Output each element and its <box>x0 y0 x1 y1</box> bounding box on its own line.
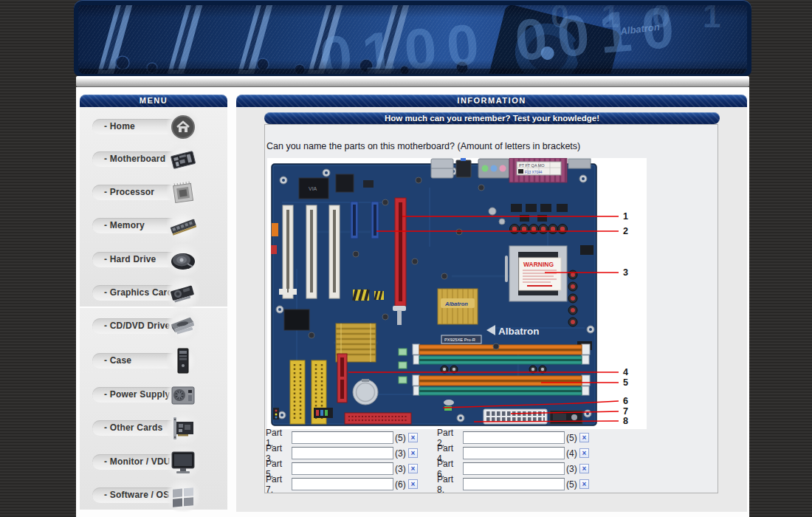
banner-pci-slots <box>97 5 410 74</box>
menu-header: MENU <box>80 95 227 107</box>
clear-icon[interactable]: × <box>408 448 418 458</box>
home-icon <box>167 111 199 143</box>
banner-binary-top: 0 1 0 1 <box>551 5 733 34</box>
sidebar-item-graphics-card[interactable]: - Graphics Card <box>80 277 227 309</box>
svg-text:PX925XE Pro-R: PX925XE Pro-R <box>444 338 475 342</box>
sidebar-item-label: - Hard Drive <box>104 254 156 264</box>
svg-text:PT FT QA MO: PT FT QA MO <box>519 163 545 168</box>
part-input-3[interactable] <box>292 447 393 459</box>
motherboard-icon <box>167 143 199 176</box>
sidebar-item-label: - Graphics Card <box>104 287 173 298</box>
green-components <box>399 349 407 383</box>
sidebar-item-cd-dvd-drive[interactable]: - CD/DVD Drive <box>80 310 227 343</box>
clear-icon[interactable]: × <box>579 479 589 489</box>
part-letters-5: (3) <box>395 464 408 474</box>
sidebar-item-label: - Case <box>104 355 131 366</box>
sidebar-item-label: - Power Supply <box>104 389 170 400</box>
case-icon <box>167 345 199 377</box>
information-panel: INFORMATION How much can you remember? T… <box>236 95 747 512</box>
part-label-8: Part 8. <box>437 474 463 495</box>
sidebar-item-label: - Monitor / VDU <box>104 456 171 467</box>
callout-number-4: 4 <box>623 367 628 377</box>
svg-text:VIA: VIA <box>309 186 317 191</box>
heatsink-sticker: PT FT QA MO F13 X7044 <box>517 162 561 175</box>
part-letters-4: (4) <box>566 448 579 459</box>
clear-icon[interactable]: × <box>579 448 589 458</box>
clear-icon[interactable]: × <box>408 433 418 442</box>
bottom-red-connector <box>345 413 411 424</box>
part-input-7[interactable] <box>292 478 393 490</box>
callout-numbers: 1 2 3 4 5 6 7 8 <box>623 211 628 426</box>
site-banner: 0 1 0 1 0100 0010 Albatron <box>74 0 751 87</box>
clear-icon[interactable]: × <box>408 479 418 489</box>
sidebar-item-case[interactable]: - Case <box>80 345 227 377</box>
cd-dvd-icon <box>167 310 199 343</box>
sidebar-item-other-cards[interactable]: - Other Cards <box>80 412 227 445</box>
board-led <box>444 406 452 411</box>
sidebar-item-motherboard[interactable]: - Motherboard <box>80 143 227 176</box>
callout-number-3: 3 <box>623 267 628 278</box>
pcie-x16-slot <box>393 198 406 325</box>
sidebar-item-label: - Home <box>104 121 135 131</box>
sidebar-item-label: - Other Cards <box>104 422 162 433</box>
part-field-1: Part 1.(5)× <box>266 431 418 444</box>
motherboard-diagram: PT FT QA MO F13 X7044 VIA <box>267 158 647 429</box>
part-field-5: Part 5.(3)× <box>266 462 418 475</box>
callout-number-8: 8 <box>623 416 628 426</box>
sidebar-item-memory[interactable]: - Memory <box>80 210 227 242</box>
power-supply-icon <box>167 379 199 411</box>
content-wrapper: MENU - Home - Motherboard - Processor <box>76 87 749 517</box>
part-input-1[interactable] <box>292 431 393 444</box>
hard-drive-icon <box>167 244 199 276</box>
southbridge-heatsink: Albatron <box>438 289 478 324</box>
sidebar-item-home[interactable]: - Home <box>80 111 227 143</box>
monitor-icon <box>167 446 199 479</box>
sidebar-item-processor[interactable]: - Processor <box>80 177 227 209</box>
edge-header-red <box>271 245 277 254</box>
banner-photo: 0 1 0 1 0100 0010 Albatron <box>78 5 747 74</box>
part-input-5[interactable] <box>292 462 393 475</box>
part-field-6: Part 6.(3)× <box>437 462 589 475</box>
part-field-3: Part 3.(3)× <box>266 447 418 459</box>
banner-binary-main: 0100 0010 <box>317 5 687 74</box>
banner-art: 0 1 0 1 0100 0010 Albatron <box>78 5 747 74</box>
sidebar-item-label: - Software / OS <box>104 490 169 500</box>
banner-hard-drive <box>486 5 622 74</box>
banner-base-strip <box>76 76 749 87</box>
software-os-icon <box>167 479 199 512</box>
sidebar-item-power-supply[interactable]: - Power Supply <box>80 379 227 411</box>
sidebar-item-monitor-vdu[interactable]: - Monitor / VDU <box>80 446 227 479</box>
part-letters-3: (3) <box>395 448 408 459</box>
sidebar-item-hard-drive[interactable]: - Hard Drive <box>80 244 227 276</box>
information-body: How much can you remember? Test your kno… <box>236 107 747 512</box>
part-field-8: Part 8.(5)× <box>437 478 589 490</box>
part-letters-1: (5) <box>395 433 408 443</box>
svg-text:WARNING: WARNING <box>523 261 554 268</box>
edge-header-orange <box>272 223 278 236</box>
svg-text:F13 X7044: F13 X7044 <box>525 171 543 174</box>
svg-text:Albatron: Albatron <box>498 326 540 337</box>
part-input-6[interactable] <box>463 462 565 475</box>
part-letters-8: (5) <box>566 479 579 490</box>
menu-panel: MENU - Home - Motherboard - Processor <box>80 95 227 511</box>
part-input-4[interactable] <box>463 447 565 459</box>
callout-number-1: 1 <box>623 211 628 222</box>
clear-icon[interactable]: × <box>579 464 589 473</box>
cmos-battery <box>353 379 378 405</box>
sidebar-item-label: - CD/DVD Drive <box>104 321 170 331</box>
svg-text:Albatron: Albatron <box>444 301 468 307</box>
quiz-box: Can you name the parts on this motherboa… <box>264 124 718 493</box>
sidebar-item-software-os[interactable]: - Software / OS <box>80 479 227 512</box>
banner-capacitors <box>116 56 507 74</box>
cpu-socket: WARNING <box>505 246 567 301</box>
memory-icon <box>167 210 199 242</box>
clear-icon[interactable]: × <box>408 464 418 473</box>
model-label: PX925XE Pro-R <box>441 335 481 343</box>
part-input-2[interactable] <box>463 431 565 444</box>
part-input-8[interactable] <box>463 478 565 490</box>
graphics-card-icon <box>167 277 199 309</box>
clear-icon[interactable]: × <box>579 433 589 442</box>
other-cards-icon <box>167 412 199 445</box>
part-letters-7: (6) <box>395 479 408 490</box>
callout-number-5: 5 <box>623 377 628 388</box>
